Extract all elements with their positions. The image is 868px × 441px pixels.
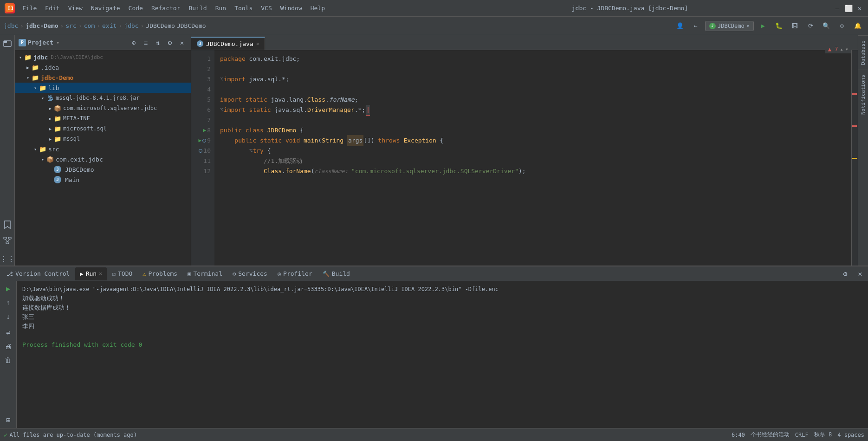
- coverage-button[interactable]: ⛾: [788, 19, 801, 32]
- tab-profiler[interactable]: ◎ Profiler: [273, 267, 317, 280]
- tree-item-ms-sql[interactable]: ▶ 📁 microsoft.sql: [15, 123, 191, 134]
- run-toolbar: ▶ ↑ ↓ ⇌ 🖨 🗑 ⊞: [0, 281, 17, 428]
- status-bar: ✓ All files are up-to-date (moments ago)…: [0, 428, 868, 441]
- breadcrumb-jdbc[interactable]: jdbc: [4, 22, 18, 29]
- code-line-5: import static java.lang.Class.forName;: [220, 95, 848, 105]
- run-output-line-2: 连接数据库成功！: [22, 303, 862, 312]
- tab-todo-label: TODO: [118, 270, 132, 277]
- breadcrumb-src[interactable]: src: [65, 22, 76, 29]
- menu-navigate[interactable]: Navigate: [87, 3, 124, 13]
- search-button[interactable]: 🔍: [820, 19, 833, 32]
- collapse-icon[interactable]: ≡: [141, 38, 151, 48]
- problems-icon: ⚠: [143, 271, 146, 277]
- sort-icon[interactable]: ⇅: [153, 38, 163, 48]
- tree-item-jdbc-demo[interactable]: ▾ 📁 jdbc-Demo: [15, 72, 191, 83]
- editor-tab-jdbcdemo[interactable]: J JDBCDemo.java ✕: [191, 37, 265, 50]
- tab-terminal[interactable]: ▣ Terminal: [183, 267, 227, 280]
- tab-todo[interactable]: ☑ TODO: [108, 267, 137, 280]
- tab-services[interactable]: ⚙ Services: [228, 267, 272, 280]
- menu-view[interactable]: View: [65, 3, 86, 13]
- database-tab[interactable]: Database: [858, 35, 868, 70]
- breadcrumb-jdbc-demo[interactable]: jdbc-Demo: [26, 22, 58, 29]
- menu-code[interactable]: Code: [125, 3, 147, 13]
- tab-close-jdbcdemo[interactable]: ✕: [256, 41, 259, 47]
- print-button[interactable]: 🖨: [2, 340, 14, 352]
- structure-icon[interactable]: [1, 234, 14, 247]
- menu-file[interactable]: File: [19, 3, 40, 13]
- tab-problems[interactable]: ⚠ Problems: [138, 267, 182, 280]
- tree-item-main-file[interactable]: ▶ J Main: [15, 175, 191, 185]
- tab-profiler-label: Profiler: [283, 270, 312, 277]
- notifications-button[interactable]: 🔔: [851, 19, 864, 32]
- back-button[interactable]: ←: [689, 19, 702, 32]
- run-button[interactable]: ▶: [757, 19, 770, 32]
- more-tools-icon[interactable]: ⋮⋮: [1, 253, 14, 266]
- breadcrumb-jdbc2[interactable]: jdbc: [124, 22, 138, 29]
- menu-bar: File Edit View Navigate Code Refactor Bu…: [19, 3, 426, 13]
- locate-icon[interactable]: ⊙: [129, 38, 139, 48]
- status-encoding[interactable]: CRLF: [795, 432, 809, 438]
- code-line-9: public static void main(String args[]) t…: [220, 136, 848, 146]
- bookmarks-icon[interactable]: [1, 218, 14, 231]
- tree-item-lib[interactable]: ▾ 📁 lib: [15, 83, 191, 93]
- profile-button[interactable]: ⟳: [804, 19, 817, 32]
- code-line-7: [220, 115, 848, 125]
- menu-tools[interactable]: Tools: [231, 3, 256, 13]
- breadcrumb-exit[interactable]: exit: [102, 22, 117, 29]
- tree-item-jdbc[interactable]: ▾ 📁 jdbc D:\Java\IDEA\jdbc: [15, 52, 191, 62]
- window-controls: — ⬜ ✕: [834, 5, 863, 12]
- version-control-icon: ⎇: [6, 271, 13, 277]
- tree-item-com-ms[interactable]: ▶ 📦 com.microsoft.sqlserver.jdbc: [15, 103, 191, 113]
- tab-version-control[interactable]: ⎇ Version Control: [2, 267, 74, 280]
- tree-item-idea[interactable]: ▶ 📁 .idea: [15, 62, 191, 72]
- minimize-button[interactable]: —: [834, 5, 841, 12]
- wrap-output-button[interactable]: ⇌: [2, 326, 14, 338]
- clear-output-button[interactable]: 🗑: [2, 354, 14, 366]
- notifications-tab[interactable]: Notifications: [858, 70, 868, 119]
- menu-build[interactable]: Build: [185, 3, 211, 13]
- status-indent[interactable]: 4 spaces: [837, 432, 864, 438]
- menu-help[interactable]: Help: [307, 3, 329, 13]
- panel-settings-icon[interactable]: ⚙: [165, 38, 175, 48]
- run-config-dropdown[interactable]: J JDBCDemo ▾: [705, 21, 754, 31]
- status-charset[interactable]: 秋冬 8: [814, 431, 832, 439]
- tab-run-label: Run: [86, 270, 97, 277]
- bottom-close-button[interactable]: ✕: [854, 268, 866, 280]
- maximize-button[interactable]: ⬜: [845, 5, 852, 12]
- settings-button[interactable]: ⚙: [836, 19, 849, 32]
- menu-edit[interactable]: Edit: [41, 3, 63, 13]
- tree-item-jdbcdemo-file[interactable]: ▶ J JDBCDemo: [15, 164, 191, 175]
- bottom-settings-button[interactable]: ⚙: [839, 268, 851, 280]
- close-button[interactable]: ✕: [856, 5, 863, 12]
- code-editor: 1 2 3 4 5 6 7 ▶8 ▶ 9 10 11: [191, 50, 858, 266]
- tab-run[interactable]: ▶ Run ✕: [75, 267, 106, 280]
- editor-scrollbar[interactable]: [851, 50, 858, 266]
- tab-build[interactable]: 🔨 Build: [318, 267, 355, 280]
- menu-vcs[interactable]: VCS: [257, 3, 275, 13]
- panel-close-icon[interactable]: ✕: [177, 38, 187, 48]
- user-icon-button[interactable]: 👤: [674, 19, 687, 32]
- breadcrumb-com[interactable]: com: [84, 22, 95, 29]
- breadcrumb-jdbcdemo-label: JDBCDemo: [177, 22, 206, 29]
- left-sidebar: ⋮⋮: [0, 35, 15, 266]
- debug-button[interactable]: 🐛: [772, 19, 785, 32]
- tree-item-mssql[interactable]: ▶ 📁 mssql: [15, 134, 191, 144]
- project-icon[interactable]: [1, 37, 14, 50]
- menu-refactor[interactable]: Refactor: [148, 3, 184, 13]
- tree-item-src[interactable]: ▾ 📁 src: [15, 144, 191, 154]
- scroll-up-button[interactable]: ↑: [2, 297, 14, 309]
- menu-window[interactable]: Window: [277, 3, 306, 13]
- scroll-down-button[interactable]: ↓: [2, 311, 14, 323]
- tree-item-mssql-jar[interactable]: ▾ 🗜 mssql-jdbc-8.4.1.jre8.jar: [15, 93, 191, 103]
- tree-item-meta-inf[interactable]: ▶ 📁 META-INF: [15, 113, 191, 123]
- tab-version-control-label: Version Control: [15, 270, 70, 277]
- rerun-button[interactable]: ▶: [2, 283, 14, 295]
- code-content[interactable]: package com.exit.jdbc; ⌥ import java.sql…: [214, 50, 851, 266]
- restore-layout-button[interactable]: ⊞: [2, 414, 14, 426]
- tab-run-close[interactable]: ✕: [99, 271, 102, 277]
- tree-item-com-exit[interactable]: ▾ 📦 com.exit.jdbc: [15, 154, 191, 164]
- svg-line-7: [5, 239, 7, 242]
- code-line-3: ⌥ import java.sql.*;: [220, 74, 848, 84]
- project-panel-icons: ⊙ ≡ ⇅ ⚙ ✕: [129, 38, 187, 48]
- menu-run[interactable]: Run: [212, 3, 230, 13]
